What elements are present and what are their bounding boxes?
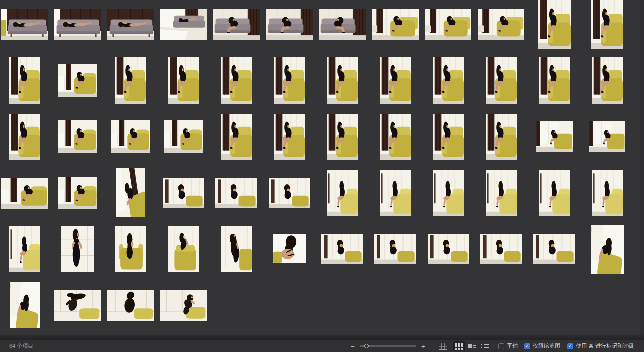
photo-thumbnail[interactable] [380,57,411,104]
view-grid-lock-button[interactable] [437,341,449,351]
photo-thumbnail[interactable] [591,0,623,49]
photo-thumbnail[interactable] [269,178,310,208]
photo-thumbnail[interactable] [213,9,260,40]
photo-thumbnail[interactable] [319,9,366,40]
grid-cell [210,109,263,165]
grid-cell [369,109,422,165]
grid-cell [104,0,157,53]
photo-thumbnail[interactable] [168,57,199,104]
photo-thumbnail[interactable] [107,9,154,40]
photo-thumbnail[interactable] [164,120,203,153]
checkbox-checked-icon[interactable]: ✓ [524,343,530,349]
grid-cell [369,165,422,221]
photo-thumbnail[interactable] [374,234,416,264]
photo-thumbnail[interactable] [54,9,101,40]
photo-thumbnail[interactable] [327,114,358,160]
option-label: 仅限缩览图 [533,342,560,350]
photo-thumbnail[interactable] [425,9,471,40]
photo-thumbnail[interactable] [160,290,207,321]
photo-thumbnail[interactable] [372,9,419,40]
photo-thumbnail[interactable] [221,57,252,104]
photo-thumbnail[interactable] [327,57,358,104]
checkbox-checked-icon[interactable]: ✓ [567,343,573,349]
status-bar-controls: − + 平铺✓仅限缩览图✓使用 ⌘ 进行标记和评级 [350,341,634,351]
grid-cell [210,221,263,277]
photo-thumbnail[interactable] [433,57,464,104]
view-thumbnails-button[interactable] [453,341,465,351]
option-1[interactable]: 平铺 [498,342,518,350]
photo-thumbnail[interactable] [215,178,257,208]
photo-thumbnail[interactable] [380,170,411,216]
photo-thumbnail[interactable] [274,57,305,104]
photo-thumbnail[interactable] [9,226,40,272]
photo-thumbnail[interactable] [592,170,623,216]
photo-thumbnail[interactable] [58,120,97,153]
photo-thumbnail[interactable] [9,57,40,104]
grid-cell [581,109,633,165]
photo-thumbnail[interactable] [273,234,306,263]
photo-thumbnail[interactable] [321,234,363,264]
grid-cell [157,221,210,277]
list-icon [481,343,489,349]
photo-thumbnail[interactable] [428,234,469,264]
photo-thumbnail[interactable] [1,178,48,209]
photo-thumbnail[interactable] [58,177,97,209]
option-2[interactable]: ✓仅限缩览图 [524,342,560,350]
grid-cell [475,165,528,221]
photo-thumbnail[interactable] [274,114,305,160]
photo-thumbnail[interactable] [9,114,40,160]
photo-thumbnail[interactable] [536,121,573,152]
grid-cell [263,109,315,165]
content-area [0,0,644,340]
grid-cell [316,109,369,165]
grid-cell [528,165,581,221]
photo-thumbnail[interactable] [433,114,464,160]
grid-cell [263,221,315,277]
photo-thumbnail[interactable] [486,114,517,160]
photo-thumbnail[interactable] [1,9,48,40]
photo-thumbnail[interactable] [163,178,204,208]
grid-cell [210,53,263,109]
photo-thumbnail[interactable] [486,170,517,216]
view-list-button[interactable] [479,341,491,351]
zoom-in-button[interactable]: + [420,343,426,350]
photo-thumbnail[interactable] [10,282,40,328]
grid-cell [210,0,263,53]
checkbox-unchecked-icon[interactable] [498,343,504,349]
photo-thumbnail[interactable] [589,121,625,152]
photo-thumbnail[interactable] [115,57,146,104]
photo-thumbnail[interactable] [380,114,411,160]
grid-cell [528,109,581,165]
photo-thumbnail[interactable] [533,234,575,264]
photo-thumbnail[interactable] [168,226,199,272]
photo-thumbnail[interactable] [591,225,624,274]
photo-thumbnail[interactable] [592,57,623,104]
grid-cell [263,0,315,53]
photo-thumbnail[interactable] [538,0,571,49]
thumbnail-size-slider[interactable] [360,343,416,350]
option-3[interactable]: ✓使用 ⌘ 进行标记和评级 [567,342,634,350]
photo-thumbnail[interactable] [111,120,150,153]
photo-thumbnail[interactable] [327,170,358,216]
photo-thumbnail[interactable] [480,234,522,264]
photo-thumbnail[interactable] [107,290,154,321]
photo-thumbnail[interactable] [160,9,207,40]
photo-thumbnail[interactable] [58,64,97,97]
photo-thumbnail[interactable] [54,290,101,321]
slider-knob[interactable] [364,344,369,348]
photo-thumbnail[interactable] [221,226,252,272]
photo-thumbnail[interactable] [539,170,570,216]
view-details-button[interactable] [466,341,478,351]
grid-cell [157,165,210,221]
photo-thumbnail[interactable] [61,226,94,272]
photo-thumbnail[interactable] [116,168,145,217]
photo-thumbnail[interactable] [266,9,313,40]
photo-thumbnail[interactable] [478,9,524,40]
zoom-out-button[interactable]: − [350,343,356,350]
grid-cell [422,53,474,109]
photo-thumbnail[interactable] [433,170,464,216]
photo-thumbnail[interactable] [539,57,570,104]
photo-thumbnail[interactable] [486,57,517,104]
photo-thumbnail[interactable] [221,114,252,160]
photo-thumbnail[interactable] [115,226,146,272]
